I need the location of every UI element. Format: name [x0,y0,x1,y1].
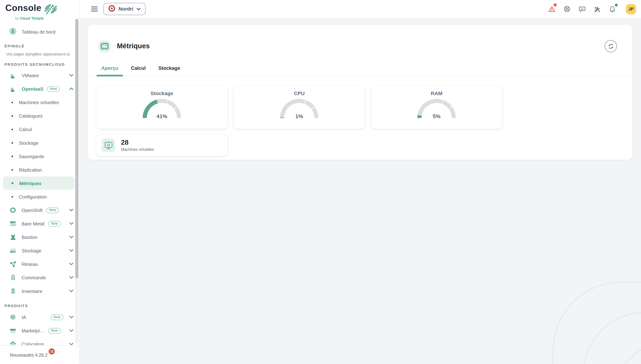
sidebar-nav: Tableau de bord ÉPINGLÉ Vos pages épingl… [0,22,79,351]
sidebar-item-inventaire[interactable]: Inventaire [0,284,79,298]
vm-count-value: 28 [121,139,154,146]
sidebar-subitem-sauvegarde[interactable]: Sauvegarde [3,150,74,163]
support-lifebuoy-icon[interactable] [563,6,571,13]
network-icon [9,260,17,268]
new-badge: New [47,86,60,92]
tab-stockage[interactable]: Stockage [153,65,185,76]
storefront-icon [9,327,17,334]
bullet-dot [12,102,13,103]
section-title-secnumcloud: PRODUITS SECNUMCLOUD [0,62,79,66]
sidebar-subitem-calcul[interactable]: Calcul [3,122,74,136]
chevron-down-icon [69,236,74,238]
app-logo: Console by Cloud T [0,0,79,22]
sidebar-item-vmware[interactable]: VMware [0,68,79,82]
sidebar-item-label: VMware [22,73,39,78]
new-badge: New [46,207,59,213]
chevron-down-icon [69,329,74,332]
clipboard-icon [9,287,17,295]
notifications-bell-icon[interactable] [609,6,616,13]
chevron-down-icon [69,209,74,212]
tenant-selector[interactable]: Nordri [104,3,146,15]
sidebar-item-commande[interactable]: Commande [0,271,79,284]
new-badge: New [48,328,61,334]
new-badge: New [51,314,63,320]
dragonfly-logo-icon [43,3,58,17]
sidebar-item-label: Commande [22,275,46,280]
tab-calcul[interactable]: Calcul [126,65,151,76]
vm-count-label: Machines virtuelles [121,147,154,152]
gauge-row: Stockage 41% CPU [97,86,632,128]
section-title-produits: PRODUITS [0,304,79,308]
sidebar-item-openshift[interactable]: OpenShift New [0,203,79,217]
gauge-chart: 1% [278,97,320,120]
sidebar-item-label: Stockage [22,248,41,253]
sidebar-item-label: OpenIaaS [22,86,44,91]
hamburger-menu-icon[interactable] [91,6,98,12]
sidebar-subitem-replication[interactable]: Réplication [3,163,74,176]
topbar: Nordri [80,0,641,18]
sidebar-item-stockage-group[interactable]: Stockage [0,244,79,257]
sidebar-item-ia[interactable]: IA New [0,310,79,324]
gauge-card-ram: RAM 5% [371,86,502,128]
section-title-pinned: ÉPINGLÉ [0,44,79,48]
alerts-warning-icon[interactable] [548,6,555,13]
refresh-button[interactable] [604,40,617,52]
vm-count-card: 28 Machines virtuelles [97,134,227,156]
sidebar-item-reseau[interactable]: Réseau [0,258,79,271]
sidebar-item-label: IA [22,315,26,320]
chevron-down-icon [69,74,74,77]
sidebar-item-label: Marketpl… [22,328,45,333]
sidebar-item-dashboard[interactable]: Tableau de bord [0,26,79,38]
tab-divider [88,76,632,77]
cloud-icon [9,72,17,79]
notification-count-badge: 11 [49,348,55,354]
new-badge: New [48,221,61,226]
gauge-chart: 41% [141,97,183,120]
sidebar-item-marketplace[interactable]: Marketpl… New [0,324,79,337]
chevron-down-icon [137,8,141,10]
page-title: Métriques [117,42,150,50]
gauge-card-cpu: CPU 1% [234,86,365,128]
sidebar-item-bare-metal[interactable]: Bare Metal New [0,217,79,230]
notification-dot-badge [615,4,618,6]
brain-icon [9,313,17,321]
bullet-dot [12,142,13,144]
feedback-chat-icon[interactable] [578,6,586,13]
sidebar-item-bastion[interactable]: Bastion [0,230,79,244]
chevron-down-icon [69,276,74,279]
app-window: Console by Cloud T [0,0,641,364]
sidebar-subitem-machines-virtuelles[interactable]: Machines virtuelles [3,96,74,109]
tenant-cocarde-icon [108,5,115,13]
shopping-bag-icon [9,274,17,282]
sidebar-scrollbar-thumb[interactable] [75,19,79,278]
bullet-dot [12,128,13,130]
tab-apercu[interactable]: Aperçu [97,65,123,76]
sidebar-item-openiaas[interactable]: OpenIaaS New [0,82,79,96]
chevron-up-icon [69,88,74,90]
sidebar-item-label: Bare Metal [22,221,45,226]
chevron-down-icon [69,290,74,292]
storage-icon [9,246,17,254]
dashboard-gauge-icon [9,27,17,36]
whats-new-button[interactable]: Nouveautés 4.26.2 11 [0,345,79,364]
svg-text:1%: 1% [295,113,303,119]
svg-text:41%: 41% [157,113,167,119]
chevron-down-icon [69,262,74,266]
main-content: Métriques Aperçu Calcul Stockage [80,18,641,364]
sidebar-item-label: Inventaire [22,288,42,294]
refresh-icon [608,43,614,49]
alert-dot-badge [553,3,557,6]
sidebar-subitem-stockage[interactable]: Stockage [3,136,74,150]
metrics-panel: Métriques Aperçu Calcul Stockage [88,25,632,160]
chevron-down-icon [69,316,74,318]
stat-row: 28 Machines virtuelles [97,134,632,156]
tools-icon[interactable] [593,6,601,13]
sidebar-item-label: OpenShift [22,208,43,212]
sidebar-subitem-configuration[interactable]: Configuration [3,190,74,203]
bullet-dot [12,169,13,170]
sidebar-subitem-metriques-active[interactable]: Métriques [3,176,74,190]
chevron-down-icon [69,222,74,225]
metrics-monitor-icon [98,40,110,52]
user-avatar[interactable]: JP [626,4,636,14]
sidebar-subitem-catalogues[interactable]: Catalogues [3,109,74,122]
